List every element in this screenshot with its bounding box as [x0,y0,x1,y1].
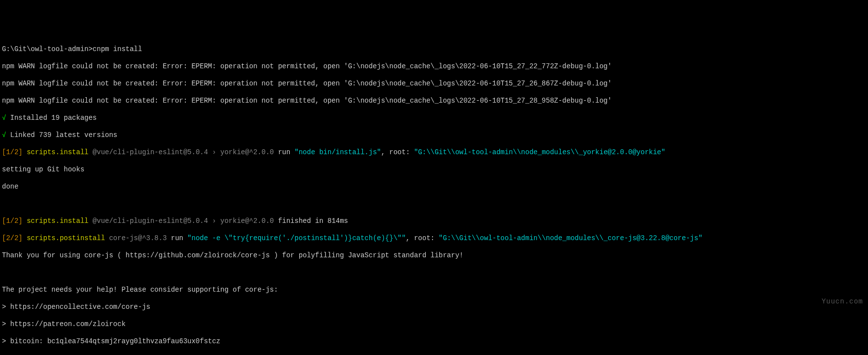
watermark: Yuucn.com [821,298,863,306]
prompt-path: G:\Git\owl-tool-admin> [2,45,93,53]
line: [1/2] scripts.install @vue/cli-plugin-es… [2,217,866,226]
line: > bitcoin: bc1qlea7544qtsmj2rayg0lthvza9… [2,337,866,346]
line: √ Installed 19 packages [2,114,866,123]
line: √ Linked 739 latest versions [2,131,866,140]
line: npm WARN logfile could not be created: E… [2,80,866,88]
line: done [2,183,866,191]
line: [1/2] scripts.install @vue/cli-plugin-es… [2,148,866,157]
line: npm WARN logfile could not be created: E… [2,97,866,106]
line: The project needs your help! Please cons… [2,286,866,295]
line: Thank you for using core-js ( https://gi… [2,251,866,260]
line: setting up Git hooks [2,165,866,174]
terminal-output[interactable]: G:\Git\owl-tool-admin>cnpm install npm W… [2,36,866,355]
line: G:\Git\owl-tool-admin>cnpm install [2,45,866,54]
line [2,269,866,277]
command: cnpm install [93,45,142,53]
line: npm WARN logfile could not be created: E… [2,62,866,71]
line [2,200,866,209]
line: > https://opencollective.com/core-js [2,303,866,312]
line: [2/2] scripts.postinstall core-js@^3.8.3… [2,234,866,243]
line: > https://patreon.com/zloirock [2,320,866,329]
